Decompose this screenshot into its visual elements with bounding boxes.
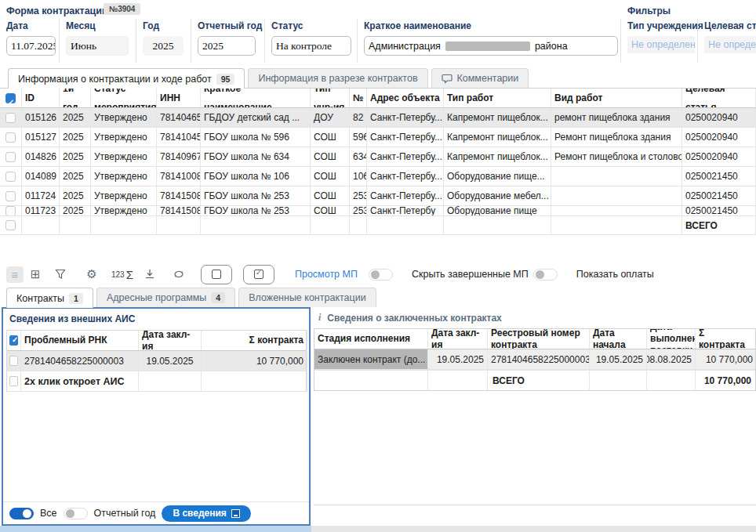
table-row[interactable]: 0151262025Утверждено78140465ГБДОУ детски… xyxy=(0,108,756,128)
col-header-inn[interactable]: ИНН xyxy=(157,89,201,107)
cell-wtype: Оборудование пище... xyxy=(444,167,551,186)
tab-contracts[interactable]: Контракты 1 xyxy=(6,288,93,308)
field-date: Дата 11.07.2025 xyxy=(0,19,60,63)
cell-wkind xyxy=(551,186,682,205)
col-header-start-date[interactable]: Дата начала xyxy=(590,329,647,349)
col-header-address[interactable]: Адрес объекта xyxy=(367,89,444,107)
field-status: Статус На контроле xyxy=(265,19,358,63)
col-header-name[interactable]: Краткое наименование xyxy=(201,89,311,107)
row-checkbox[interactable] xyxy=(5,152,16,162)
table-row[interactable]: 278140465822500000319.05.202510 770,000 xyxy=(7,351,306,371)
scrollbar-thumb[interactable] xyxy=(0,526,311,532)
all-label: Все xyxy=(40,508,57,519)
row-checkbox[interactable] xyxy=(5,206,16,215)
filter-icon[interactable] xyxy=(55,269,72,280)
view-mp-toggle[interactable] xyxy=(369,269,393,280)
tab-label: Адресные программы xyxy=(107,292,206,303)
table-row[interactable]: 2х клик откроет АИС xyxy=(7,371,306,392)
col-header-delivery-date[interactable]: Дата выполнения поставки xyxy=(647,329,696,349)
tab-contracting-info[interactable]: Информация о контрактации и ходе работ 9… xyxy=(8,68,245,89)
hide-completed-label: Скрыть завершенные МП xyxy=(412,269,529,280)
col-header-conclusion-date[interactable]: Дата закл-ия xyxy=(428,329,488,349)
hide-completed-toggle[interactable] xyxy=(533,269,558,280)
check-all-button[interactable] xyxy=(243,265,274,284)
cell-esum xyxy=(202,371,307,391)
row-checkbox[interactable] xyxy=(9,376,18,386)
cell-name: ГБОУ школа № 634 xyxy=(201,147,311,166)
cell-status: Утверждено xyxy=(91,206,157,215)
col-header-first-year[interactable]: 1й год xyxy=(60,89,91,107)
contracts-panel-title-row: i Сведения о заключенных контрактах xyxy=(314,307,756,327)
select-all-checkbox[interactable] xyxy=(5,93,16,103)
row-checkbox[interactable] xyxy=(5,132,16,143)
col-header-conclusion-date[interactable]: Дата закл-ия xyxy=(139,331,202,350)
row-checkbox[interactable] xyxy=(5,113,16,123)
status-input[interactable]: На контроле xyxy=(271,36,351,56)
date-input[interactable]: 11.07.2025 xyxy=(6,36,56,56)
concluded-contracts-table-body: Заключен контракт (до...19.05.2025278140… xyxy=(314,349,755,370)
tab-nested-contracting[interactable]: Вложенные контрактации xyxy=(238,288,376,307)
page-title: Форма контрактации xyxy=(6,5,108,16)
report-year-toggle[interactable] xyxy=(64,508,88,519)
cell-id: 015127 xyxy=(22,128,60,147)
sum-columns-icon[interactable]: 123 Σ xyxy=(111,268,133,281)
col-header-id[interactable]: ID xyxy=(22,89,60,107)
cell-status: Утверждено xyxy=(91,108,157,127)
col-header-status[interactable]: Статус мероприятия xyxy=(91,89,157,107)
col-header-work-type[interactable]: Тип работ xyxy=(444,89,551,107)
year-label: Год xyxy=(143,20,191,31)
col-header-contract-sum[interactable]: Σ контракта xyxy=(202,331,307,350)
col-header-work-kind[interactable]: Вид работ xyxy=(551,89,682,107)
short-name-input[interactable]: Администрация района xyxy=(364,36,618,56)
tab-comments[interactable]: Комментарии xyxy=(431,68,529,88)
col-header-stage[interactable]: Стадия исполнения xyxy=(314,329,428,349)
col-header-registry-number[interactable]: Реестровый номер контракта xyxy=(488,329,590,349)
select-all-cell xyxy=(0,89,22,107)
row-checkbox[interactable] xyxy=(9,356,18,366)
col-header-institution-type[interactable]: Тип учр-ия xyxy=(311,89,350,107)
refresh-icon[interactable] xyxy=(173,269,190,280)
cell-check xyxy=(0,108,22,127)
cell-wkind: ремонт пищеблока здания xyxy=(551,108,682,127)
filter-institution-value[interactable]: Не определено xyxy=(627,36,695,53)
row-checkbox[interactable] xyxy=(5,172,16,182)
tab-contract-breakdown[interactable]: Информация в разрезе контрактов xyxy=(248,68,427,88)
cell-wkind xyxy=(551,206,682,215)
list-view-icon[interactable]: ≡ xyxy=(6,266,24,283)
table-row[interactable]: 0148262025Утверждено78140967ГБОУ школа №… xyxy=(0,147,756,167)
download-icon[interactable] xyxy=(144,269,162,280)
all-toggle[interactable] xyxy=(9,508,34,519)
month-input[interactable]: Июнь xyxy=(66,36,129,56)
cell-inn: 78141008 xyxy=(157,167,201,186)
view-mp-link[interactable]: Просмотр МП xyxy=(295,269,358,280)
table-row[interactable]: 0140892025Утверждено78141008ГБОУ школа №… xyxy=(0,167,756,186)
col-header-problem-rnk[interactable]: Проблемный РНК xyxy=(21,331,139,350)
col-header-target-article[interactable]: Целевая статья xyxy=(682,89,756,107)
cell-wkind xyxy=(551,167,682,186)
cell-wtype: Капремонт пищеблок... xyxy=(444,128,551,147)
cell-wtype: Капремонт пищеблок... xyxy=(444,147,551,166)
cell-echeck xyxy=(7,351,21,371)
table-row[interactable]: 0117242025Утверждено78141508ГБОУ школа №… xyxy=(0,186,756,206)
select-all-cell xyxy=(7,331,21,350)
uncheck-all-button[interactable] xyxy=(201,265,232,284)
cell-type: СОШ xyxy=(311,206,350,215)
gear-icon[interactable]: ⚙ xyxy=(83,267,100,281)
col-header-number[interactable]: № xyxy=(350,89,367,107)
tab-address-programs[interactable]: Адресные программы 4 xyxy=(96,288,235,307)
row-checkbox[interactable] xyxy=(5,220,16,230)
grid-view-icon[interactable]: ⊞ xyxy=(27,267,44,281)
report-year-label: Отчетный год xyxy=(198,20,264,31)
table-row[interactable]: 0117232025Утверждено78141508ГБОУ школа №… xyxy=(0,206,756,216)
to-details-button[interactable]: В сведения xyxy=(162,505,250,522)
report-year-input[interactable]: 2025 xyxy=(198,36,256,56)
field-short-name: Краткое наименование Администрация район… xyxy=(358,19,621,63)
filter-target-value[interactable]: Не определено xyxy=(704,36,756,53)
report-year-label: Отчетный год xyxy=(94,508,156,519)
horizontal-scrollbar[interactable] xyxy=(0,526,756,532)
col-header-contract-sum[interactable]: Σ контракта xyxy=(696,329,756,349)
row-checkbox[interactable] xyxy=(5,191,16,201)
table-row[interactable]: 0151272025Утверждено78141045ГБОУ школа №… xyxy=(0,128,756,147)
select-all-checkbox[interactable] xyxy=(9,335,18,346)
table-row[interactable]: Заключен контракт (до...19.05.2025278140… xyxy=(314,349,755,370)
